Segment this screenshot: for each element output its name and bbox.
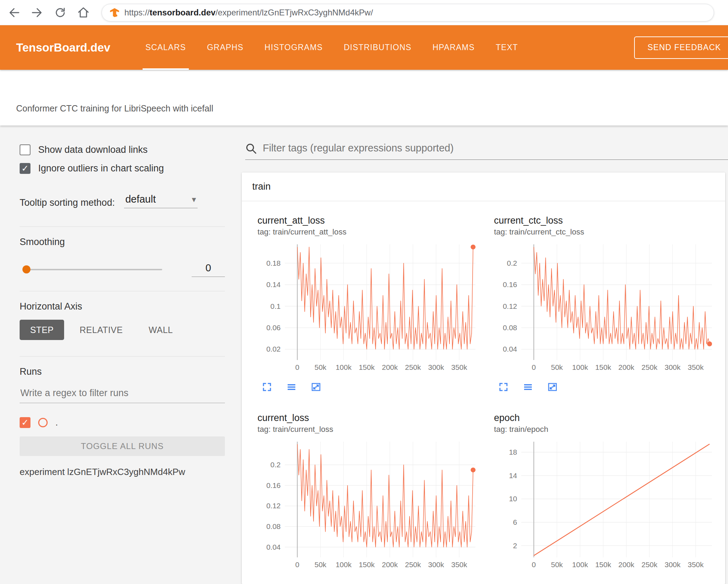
tab-scalars[interactable]: SCALARS [135,25,197,70]
tooltip-sorting-dropdown[interactable]: default ▾ [124,193,198,208]
checkbox-label: Show data download links [38,144,147,155]
home-icon[interactable] [77,6,90,19]
svg-text:350k: 350k [451,363,467,371]
checkbox-label: Ignore outliers in chart scaling [38,163,164,174]
chart-current-att-loss: current_att_loss tag: train/current_att_… [257,215,482,392]
filter-tags-input[interactable] [263,141,728,155]
checkbox-checked-icon: ✓ [20,163,30,174]
chart-toolbar [494,382,718,392]
checkmark-icon: ✓ [21,164,29,173]
toggle-lines-icon[interactable] [286,382,297,392]
experiment-title: Conformer CTC training for LibriSpeech w… [16,103,213,114]
svg-text:150k: 150k [359,561,375,569]
brand: TensorBoard.dev [16,41,110,54]
svg-text:0.16: 0.16 [266,481,281,489]
browser-chrome: https://tensorboard.dev/experiment/lzGnE… [0,0,728,25]
run-checkbox[interactable]: ✓ [20,417,30,428]
svg-text:14: 14 [509,471,517,480]
line-chart[interactable]: 0.040.080.120.160.2050k100k150k200k250k3… [494,242,718,375]
smoothing-value-input[interactable] [192,262,225,277]
svg-text:50k: 50k [315,363,327,371]
axis-relative-button[interactable]: RELATIVE [69,320,133,340]
svg-text:350k: 350k [688,561,704,569]
line-chart[interactable]: 0.040.080.120.160.2050k100k150k200k250k3… [257,439,482,572]
show-download-links-checkbox[interactable]: Show data download links [20,144,225,155]
fit-domain-icon[interactable] [311,382,321,392]
group-title: train [252,181,271,192]
chart-title: epoch [494,413,718,423]
tab-distributions[interactable]: DISTRIBUTIONS [333,25,422,70]
app-header: TensorBoard.dev SCALARS GRAPHS HISTOGRAM… [0,25,728,70]
chart-current-loss: current_loss tag: train/current_loss 0.0… [257,413,482,572]
settings-sidebar: Show data download links ✓ Ignore outlie… [0,125,242,584]
svg-text:0.14: 0.14 [266,280,281,288]
charts-grid: current_att_loss tag: train/current_att_… [242,201,725,572]
tab-graphs[interactable]: GRAPHS [197,25,254,70]
svg-text:50k: 50k [315,561,327,569]
train-card: train current_att_loss tag: train/curren… [242,172,725,584]
ignore-outliers-checkbox[interactable]: ✓ Ignore outliers in chart scaling [20,163,225,174]
chart-title: current_loss [257,413,482,423]
svg-text:0.18: 0.18 [266,259,281,267]
svg-text:150k: 150k [359,363,375,371]
svg-text:350k: 350k [451,561,467,569]
svg-text:200k: 200k [618,561,634,569]
smoothing-label: Smoothing [20,237,225,247]
expand-chart-icon[interactable] [262,382,272,392]
reload-icon[interactable] [54,6,67,19]
line-chart[interactable]: 26101418050k100k150k200k250k300k350k [494,439,718,572]
tab-hparams[interactable]: HPARAMS [422,25,485,70]
svg-text:100k: 100k [336,363,352,371]
chart-title: current_ctc_loss [494,215,718,226]
svg-text:250k: 250k [641,363,658,371]
axis-step-button[interactable]: STEP [20,320,64,340]
divider [20,226,225,227]
svg-text:200k: 200k [618,363,634,371]
svg-text:300k: 300k [665,561,681,569]
tooltip-sorting-label: Tooltip sorting method: [20,197,115,208]
chevron-down-icon: ▾ [192,195,196,204]
send-feedback-button[interactable]: SEND FEEDBACK [634,36,728,59]
nav-tabs: SCALARS GRAPHS HISTOGRAMS DISTRIBUTIONS … [135,25,529,70]
chart-tag: tag: train/epoch [494,425,718,434]
svg-text:100k: 100k [572,363,588,371]
run-name: . [55,417,58,428]
svg-text:300k: 300k [428,363,444,371]
chart-current-ctc-loss: current_ctc_loss tag: train/current_ctc_… [494,215,718,392]
smoothing-row [20,262,225,277]
expand-chart-icon[interactable] [498,382,509,392]
tab-histograms[interactable]: HISTOGRAMS [254,25,333,70]
chart-toolbar [257,382,482,392]
run-color-swatch[interactable] [38,418,48,427]
svg-text:0: 0 [532,363,536,371]
chart-tag: tag: train/current_loss [257,425,482,434]
svg-text:10: 10 [509,495,517,503]
toggle-lines-icon[interactable] [523,382,533,392]
svg-text:0.12: 0.12 [503,302,517,310]
url-bar[interactable]: https://tensorboard.dev/experiment/lzGnE… [102,4,714,21]
forward-icon[interactable] [31,6,43,19]
horizontal-axis-label: Horizontal Axis [20,301,225,312]
runs-filter-input[interactable] [20,388,225,403]
svg-text:100k: 100k [572,561,588,569]
fit-domain-icon[interactable] [547,382,558,392]
slider-thumb[interactable] [22,265,30,273]
svg-text:150k: 150k [595,561,611,569]
axis-wall-button[interactable]: WALL [138,320,183,340]
toggle-all-runs-button[interactable]: TOGGLE ALL RUNS [20,436,225,456]
svg-text:250k: 250k [405,561,421,569]
content: Show data download links ✓ Ignore outlie… [0,125,728,584]
chart-tag: tag: train/current_ctc_loss [494,228,718,237]
svg-text:0.08: 0.08 [266,522,281,530]
experiment-id-label: experiment lzGnETjwRxC3yghNMd4kPw [20,467,225,477]
svg-text:2: 2 [513,542,517,550]
line-chart[interactable]: 0.020.060.10.140.18050k100k150k200k250k3… [257,242,482,375]
svg-text:200k: 200k [382,363,398,371]
tab-text[interactable]: TEXT [485,25,529,70]
svg-text:0: 0 [295,561,300,569]
train-group-header[interactable]: train [242,172,725,201]
runs-label: Runs [20,366,225,377]
smoothing-slider[interactable] [24,269,162,270]
svg-text:300k: 300k [428,561,444,569]
back-icon[interactable] [8,6,20,19]
